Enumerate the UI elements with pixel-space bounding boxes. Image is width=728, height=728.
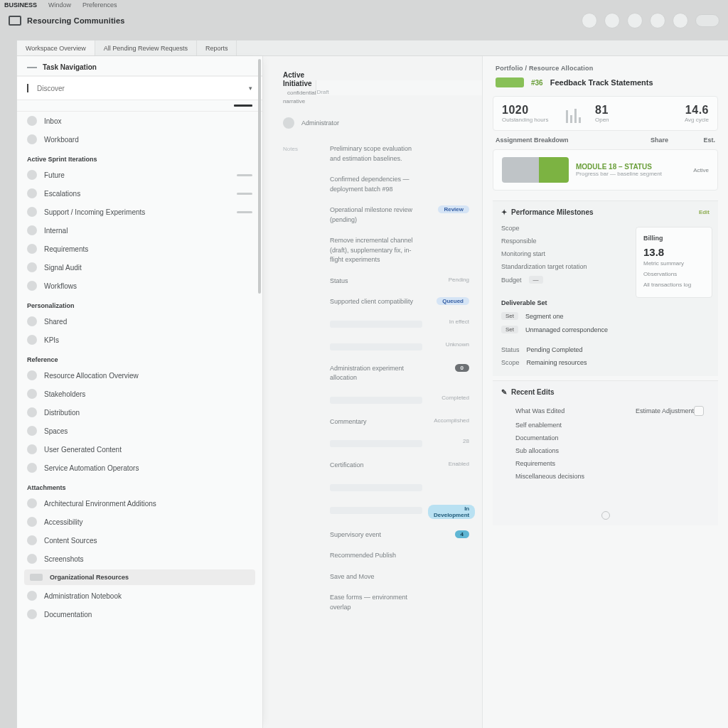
kv-key: Scope [501, 359, 520, 366]
search-input[interactable] [37, 85, 240, 92]
row-tail: 0 [428, 364, 469, 372]
tabstrip: Workspace Overview All Pending Review Re… [17, 41, 728, 56]
placeholder-line [330, 343, 422, 350]
kv-responsible: Responsible [501, 235, 643, 247]
menubar-item-prefs[interactable]: Preferences [82, 1, 117, 9]
row-body: Supervisory event [330, 530, 422, 540]
row-label [283, 395, 324, 396]
sidebar-item-resource-alloc[interactable]: Resource Allocation Overview [17, 366, 262, 385]
database-icon [27, 535, 37, 545]
col-label: What Was Edited [515, 403, 612, 419]
sidebar-tag-org-resources[interactable]: Organizational Resources [24, 569, 255, 585]
sidebar-item-workboard[interactable]: Workboard [17, 130, 262, 149]
sidebar-item-label: Architectural Environment Additions [44, 500, 156, 508]
sidebar-item-audit[interactable]: Signal Audit [17, 258, 262, 277]
sidebar-item-label: Administration Notebook [44, 592, 122, 600]
row-body [330, 505, 422, 516]
kpi-value: 14.6 [659, 104, 709, 117]
cell: Requirements [515, 457, 612, 470]
placeholder-line [330, 440, 422, 447]
kpi-cycle: 14.6 Avg cycle [659, 104, 709, 123]
clock-icon[interactable] [673, 13, 688, 28]
detail-row: Supervisory event4 [283, 525, 469, 546]
detail-row: Remove incremental channel (draft), supp… [283, 230, 469, 271]
tab-reports[interactable]: Reports [197, 41, 237, 55]
profile-menu[interactable] [695, 14, 719, 27]
messages-icon[interactable] [627, 13, 643, 28]
table-row[interactable]: Documentation [501, 432, 710, 444]
sidebar-header: Task Navigation [17, 56, 262, 76]
row-tail: Pending [428, 277, 469, 283]
table-row[interactable]: Miscellaneous decisions [501, 470, 710, 483]
tab-reviews[interactable]: All Pending Review Requests [95, 41, 197, 55]
tab-overview[interactable]: Workspace Overview [17, 41, 95, 55]
sidebar-item-escalations[interactable]: Escalations [17, 184, 262, 203]
row-label [283, 482, 324, 483]
tab-label: Workspace Overview [26, 45, 86, 52]
subsection-title: Deliverable Set [501, 299, 547, 306]
menubar-item-window[interactable]: Window [48, 1, 71, 9]
sidebar-item-admin-notebook[interactable]: Administration Notebook [17, 587, 262, 605]
kpi-value: 1020 [502, 104, 552, 117]
table-row[interactable]: Requirements [501, 457, 710, 470]
sidebar-item-label: Service Automation Operators [44, 464, 139, 472]
sidebar-item-requirements[interactable]: Requirements [17, 240, 262, 258]
row-body [330, 395, 422, 406]
pagination-dot-icon[interactable] [601, 511, 610, 520]
help-icon[interactable] [604, 13, 620, 28]
col-label: Estimate Adjustment [612, 403, 694, 419]
row-label [283, 236, 324, 237]
sidebar-item-documentation[interactable]: Documentation [17, 605, 262, 623]
deliverable-item[interactable]: SetSegment one [501, 309, 710, 323]
sidebar-item-future[interactable]: Future [17, 166, 262, 184]
sidebar-item-workflows[interactable]: Workflows [17, 277, 262, 295]
detail-column: Active Initiative confidential narrative… [263, 56, 482, 728]
toggle-box[interactable] [694, 406, 704, 416]
sidebar-item-label: Inbox [44, 117, 61, 125]
row-label [283, 438, 324, 439]
row-body [330, 482, 422, 493]
detail-row: StatusPending [283, 271, 469, 292]
row-label [283, 572, 324, 574]
sidebar-item-stakeholders[interactable]: Stakeholders [17, 385, 262, 403]
search-cursor-icon [27, 84, 28, 92]
sidebar-search[interactable]: ▾ [17, 76, 262, 100]
promo-card[interactable]: MODULE 18 – STATUS Progress bar — baseli… [493, 149, 718, 191]
sidebar-item-shared[interactable]: Shared [17, 312, 262, 331]
table-row[interactable]: Self enablement [501, 419, 710, 432]
sidebar-item-spaces[interactable]: Spaces [17, 422, 262, 440]
kv-standardization: Standardization target rotation [501, 260, 643, 273]
table-row[interactable]: Sub allocations [501, 444, 710, 457]
target-icon [27, 335, 37, 345]
sidebar-item-screenshots[interactable]: Screenshots [17, 550, 262, 568]
calendar-icon[interactable] [650, 13, 665, 28]
breadcrumb[interactable]: Portfolio / Resource Allocation [483, 65, 728, 76]
kpi-value: 81 [595, 104, 645, 117]
sidecard-row: All transactions log [643, 279, 705, 290]
flag-icon [27, 188, 37, 198]
sidebar-item-distribution[interactable]: Distribution [17, 403, 262, 422]
deliverable-item[interactable]: SetUnmanaged correspondence [501, 323, 710, 336]
search-dropdown-icon[interactable]: ▾ [249, 85, 252, 92]
sidebar-item-operators[interactable]: Service Automation Operators [17, 459, 262, 477]
sidebar-item-kpis[interactable]: KPIs [17, 331, 262, 349]
panel-title-row: #36 Feedback Track Statements [483, 76, 728, 90]
kv-key: Responsible [501, 237, 537, 245]
row-body [330, 318, 422, 330]
sidebar-item-accessibility[interactable]: Accessibility [17, 513, 262, 531]
sidebar-item-ugc[interactable]: User Generated Content [17, 440, 262, 459]
edit-link[interactable]: Edit [699, 209, 710, 215]
cell: Self enablement [515, 419, 612, 432]
collapse-icon[interactable] [234, 105, 252, 107]
grid-icon [27, 370, 37, 380]
promo-state: Active [693, 167, 709, 173]
sidebar-item-support[interactable]: Support / Incoming Experiments [17, 203, 262, 221]
sidebar-item-internal[interactable]: Internal [17, 221, 262, 240]
cell: Sub allocations [515, 444, 612, 457]
sidebar-item-label: Resource Allocation Overview [44, 372, 139, 380]
sidebar-item-label: Shared [44, 318, 67, 326]
sidebar-item-arch[interactable]: Architectural Environment Additions [17, 494, 262, 513]
sidebar-item-inbox[interactable]: Inbox [17, 112, 262, 130]
notifications-icon[interactable] [582, 13, 597, 28]
sidebar-item-content-src[interactable]: Content Sources [17, 531, 262, 550]
